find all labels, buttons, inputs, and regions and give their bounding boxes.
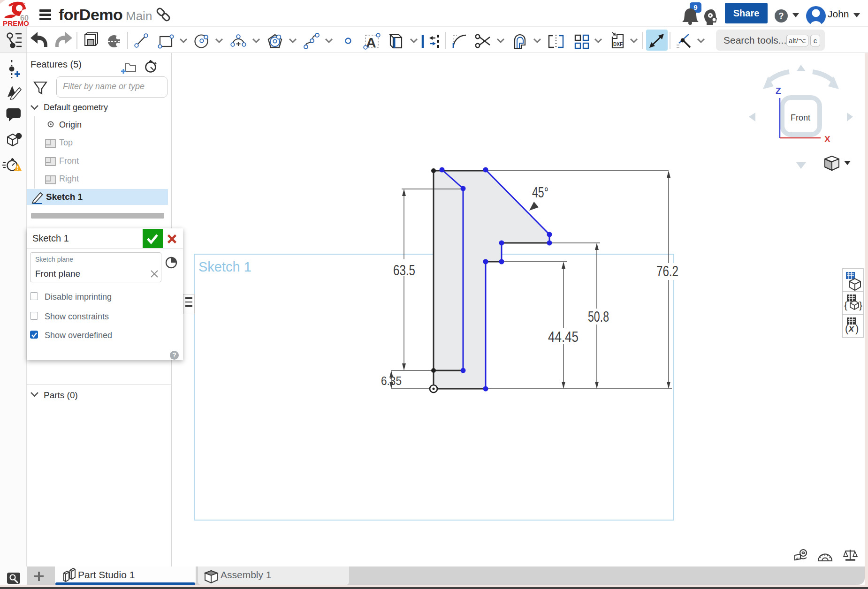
svg-text:50.8: 50.8: [588, 309, 609, 325]
svg-text:X: X: [824, 134, 830, 144]
svg-text:63.5: 63.5: [393, 262, 415, 279]
svg-text:45°: 45°: [532, 184, 548, 201]
svg-text:Z: Z: [776, 86, 781, 96]
svg-text:76.2: 76.2: [656, 263, 678, 279]
svg-text:Front: Front: [791, 113, 810, 122]
svg-text:44.45: 44.45: [548, 329, 579, 345]
